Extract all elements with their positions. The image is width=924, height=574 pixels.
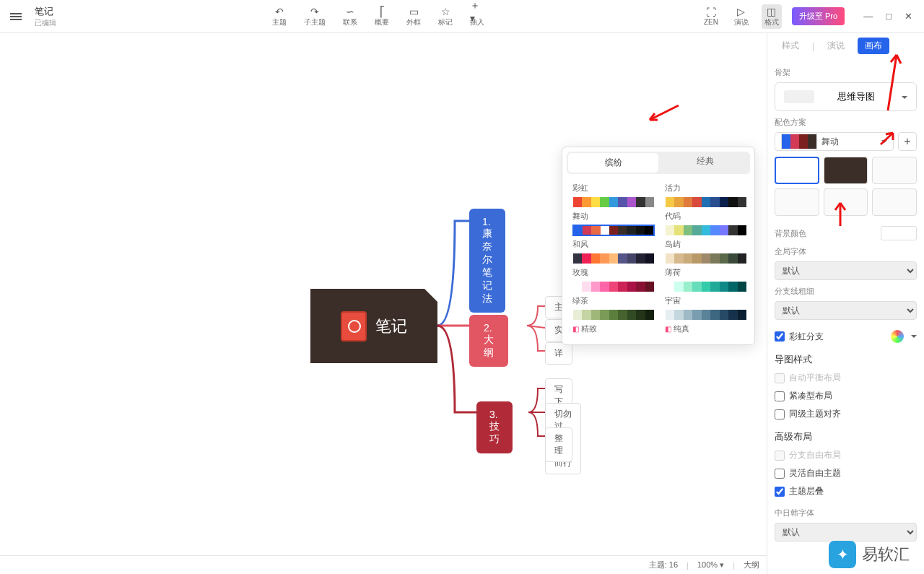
format-panel: 样式 | 演说 画布 骨架 思维导图 配色方案 舞动 + 背景颜色 <box>767 33 924 574</box>
map-style-label: 导图样式 <box>775 353 917 366</box>
scheme-绿茶[interactable]: 绿茶 <box>572 295 655 321</box>
theme-preview-3[interactable] <box>872 157 917 184</box>
annotation-arrow <box>646 102 682 123</box>
tool-relationship[interactable]: ∽联系 <box>340 4 360 29</box>
tool-boundary[interactable]: ▭外框 <box>404 4 424 29</box>
scheme-和风[interactable]: 和风 <box>572 239 655 264</box>
zen-icon: ⛶ <box>704 6 718 18</box>
central-topic[interactable]: 笔记 <box>310 289 437 363</box>
color-scheme-popup: 缤纷 经典 彩虹活力舞动代码和风岛屿玫瑰薄荷绿茶宇宙精致纯真 <box>562 147 755 345</box>
scheme-彩虹[interactable]: 彩虹 <box>572 183 655 208</box>
rainbow-icon <box>891 330 904 343</box>
present-icon: ▷ <box>734 6 749 17</box>
outline-toggle[interactable]: 大纲 <box>744 560 759 570</box>
sub-2-3[interactable]: 详 <box>545 342 572 365</box>
chevron-down-icon[interactable] <box>907 331 917 342</box>
auto-balance-checkbox <box>775 373 785 383</box>
tool-insert[interactable]: ＋▾插入 <box>467 4 487 29</box>
advanced-layout-label: 高级布局 <box>775 430 917 443</box>
bg-color-chip[interactable] <box>881 226 917 240</box>
watermark-icon: ✦ <box>829 541 856 568</box>
rainbow-branch-checkbox[interactable] <box>775 331 785 342</box>
tool-topic[interactable]: ↶主题 <box>269 4 289 29</box>
theme-preview-6[interactable] <box>872 188 917 216</box>
scheme-宇宙[interactable]: 宇宙 <box>665 295 747 321</box>
scheme-代码[interactable]: 代码 <box>665 211 747 236</box>
minimize-button[interactable]: — <box>863 11 873 22</box>
global-font-label: 全局字体 <box>775 246 917 257</box>
tool-format[interactable]: ◫格式 <box>762 4 782 29</box>
theme-preview-grid <box>775 157 917 216</box>
align-siblings-checkbox[interactable] <box>775 409 785 419</box>
topic-icon: ↶ <box>272 6 287 17</box>
compact-checkbox[interactable] <box>775 391 785 401</box>
free-topic-checkbox[interactable] <box>775 469 785 479</box>
popup-tabs: 缤纷 经典 <box>567 152 750 174</box>
menu-button[interactable] <box>6 6 26 27</box>
free-branch-checkbox <box>775 451 785 461</box>
scheme-label: 配色方案 <box>775 117 917 128</box>
tool-present[interactable]: ▷演说 <box>731 4 751 29</box>
upgrade-pro-button[interactable]: 升级至 Pro <box>792 7 845 25</box>
popup-tab-classic[interactable]: 经典 <box>660 152 750 174</box>
document-title: 笔记 <box>35 5 56 18</box>
scheme-纯真[interactable]: 纯真 <box>665 323 747 334</box>
branch-1[interactable]: 1. 康奈尔笔记法 <box>469 209 505 313</box>
document-title-block: 笔记 已编辑 <box>26 5 56 28</box>
tool-marker[interactable]: ☆标记 <box>435 4 456 29</box>
panel-tab-canvas[interactable]: 画布 <box>858 38 889 54</box>
summary-icon: ⎡ <box>375 6 389 17</box>
format-icon: ◫ <box>764 6 779 17</box>
document-subtitle: 已编辑 <box>35 18 56 28</box>
window-controls: — □ ✕ <box>863 11 912 22</box>
panel-tab-present[interactable]: 演说 <box>820 38 852 54</box>
add-scheme-button[interactable]: + <box>898 132 917 151</box>
notebook-icon <box>341 311 367 342</box>
close-button[interactable]: ✕ <box>905 11 912 22</box>
chevron-down-icon <box>877 136 887 147</box>
panel-tab-style[interactable]: 样式 <box>775 38 806 54</box>
skeleton-label: 骨架 <box>775 67 917 78</box>
scheme-dropdown[interactable]: 舞动 <box>775 132 894 151</box>
scheme-薄荷[interactable]: 薄荷 <box>665 267 747 292</box>
chevron-down-icon <box>897 90 907 103</box>
scheme-精致[interactable]: 精致 <box>572 323 655 334</box>
subtopic-icon: ↷ <box>308 6 322 17</box>
toolbar-center: ↶主题 ↷子主题 ∽联系 ⎡概要 ▭外框 ☆标记 ＋▾插入 <box>56 4 701 29</box>
branch-width-label: 分支线粗细 <box>775 286 917 297</box>
branch-width-select[interactable]: 默认 <box>775 301 917 320</box>
scheme-岛屿[interactable]: 岛屿 <box>665 239 747 264</box>
tool-zen[interactable]: ⛶ZEN <box>701 5 721 27</box>
bg-color-label: 背景颜色 <box>775 228 806 239</box>
structure-icon <box>784 90 814 103</box>
branch-3[interactable]: 3. 技巧 <box>476 401 513 453</box>
maximize-button[interactable]: □ <box>886 11 892 22</box>
topic-overlap-checkbox[interactable] <box>775 487 785 497</box>
canvas[interactable]: 笔记 1. 康奈尔笔记法 2. 大纲 3. 技巧 主 实 详 写下关键事实 切勿… <box>0 33 765 555</box>
cjk-font-label: 中日韩字体 <box>775 508 917 518</box>
theme-preview-2[interactable] <box>824 157 868 184</box>
branch-2[interactable]: 2. 大纲 <box>469 315 508 367</box>
panel-tabs: 样式 | 演说 画布 <box>775 33 917 61</box>
zoom-level[interactable]: 100% ▾ <box>697 560 724 570</box>
theme-preview-5[interactable] <box>824 188 868 216</box>
boundary-icon: ▭ <box>406 6 421 17</box>
scheme-活力[interactable]: 活力 <box>665 183 747 208</box>
cjk-font-select[interactable]: 默认 <box>775 523 917 542</box>
watermark: ✦ 易软汇 <box>829 541 910 568</box>
toolbar-right: ⛶ZEN ▷演说 ◫格式 升级至 Pro — □ ✕ <box>701 4 918 29</box>
theme-preview-1[interactable] <box>775 157 819 184</box>
plus-icon: ＋▾ <box>470 6 484 17</box>
scheme-玫瑰[interactable]: 玫瑰 <box>572 267 655 292</box>
status-bar: 主题: 16 | 100% ▾ | 大纲 <box>0 555 767 574</box>
theme-preview-4[interactable] <box>775 188 819 216</box>
structure-select[interactable]: 思维导图 <box>775 82 917 111</box>
global-font-select[interactable]: 默认 <box>775 261 917 280</box>
star-icon: ☆ <box>438 6 453 17</box>
tool-summary[interactable]: ⎡概要 <box>372 4 392 29</box>
scheme-舞动[interactable]: 舞动 <box>572 211 655 236</box>
sub-3-3[interactable]: 整理 <box>545 427 572 462</box>
link-icon: ∽ <box>343 6 357 17</box>
popup-tab-colorful[interactable]: 缤纷 <box>568 153 658 173</box>
tool-subtopic[interactable]: ↷子主题 <box>301 4 328 29</box>
